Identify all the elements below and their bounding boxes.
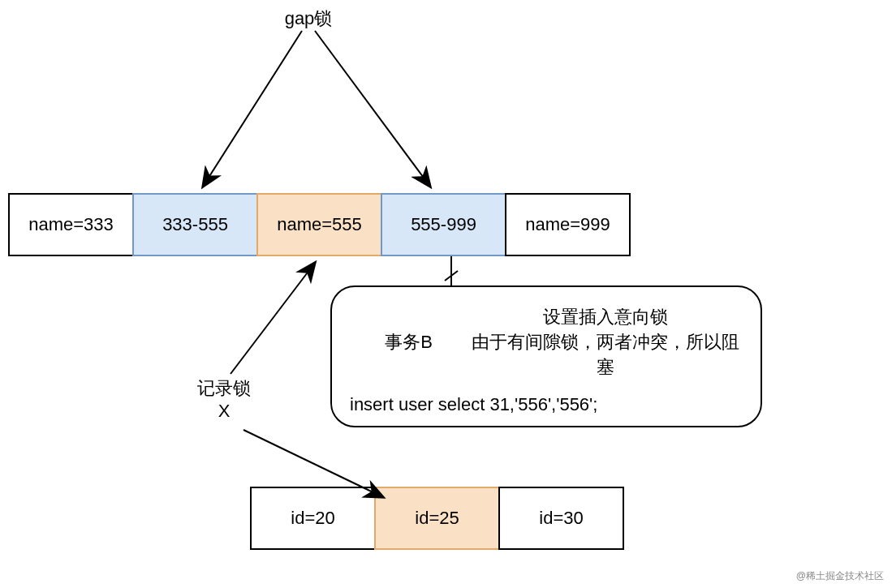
index-cell-3-gap: 555-999: [381, 193, 506, 256]
transaction-b-label: 事务B: [350, 330, 468, 354]
record-lock-label: 记录锁 X: [192, 377, 256, 422]
info-line-2: 由于有间隙锁，两者冲突，所以阻塞: [468, 330, 743, 380]
record-lock-line2: X: [218, 401, 231, 421]
transaction-b-box: 事务B 设置插入意向锁 由于有间隙锁，两者冲突，所以阻塞 insert user…: [330, 285, 762, 427]
index-cell-0-text: name=333: [28, 214, 114, 235]
index-cell-1-gap: 333-555: [132, 193, 258, 256]
pk-cell-0-text: id=20: [291, 508, 334, 529]
index-cell-2-text: name=555: [277, 214, 362, 235]
index-cell-1-text: 333-555: [162, 214, 228, 235]
arrow-gap-right: [315, 31, 430, 187]
pk-cell-1-text: id=25: [415, 508, 459, 529]
pk-cell-0: id=20: [250, 487, 376, 550]
diagram-canvas: gap锁 name=333 333-555 name=555 555-999 n…: [0, 0, 892, 588]
tick-insert-intention: [445, 271, 458, 281]
index-cell-4: name=999: [505, 193, 631, 256]
record-lock-line1: 记录锁: [197, 378, 251, 398]
pk-cell-2: id=30: [498, 487, 624, 550]
info-line-1: 设置插入意向锁: [468, 305, 743, 330]
gap-lock-label: gap锁: [276, 6, 341, 31]
watermark: @稀土掘金技术社区: [796, 569, 884, 583]
pk-cell-2-text: id=30: [539, 508, 583, 529]
arrow-gap-left: [203, 31, 302, 187]
index-cell-2-record: name=555: [256, 193, 382, 256]
index-cell-3-text: 555-999: [411, 214, 476, 235]
index-cell-0: name=333: [8, 193, 134, 256]
pk-cell-1-record: id=25: [374, 487, 500, 550]
arrow-record-to-name555: [231, 263, 315, 374]
index-cell-4-text: name=999: [525, 214, 610, 235]
info-sql: insert user select 31,'556','556';: [350, 394, 743, 415]
